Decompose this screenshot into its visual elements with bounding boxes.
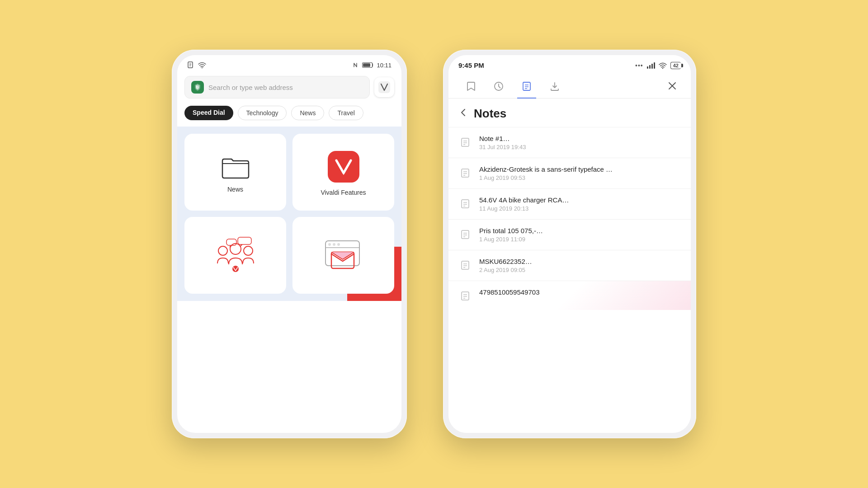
news-dial-card[interactable]: News <box>184 134 286 211</box>
phone-right: 9:45 PM ••• <box>443 50 696 438</box>
community-card[interactable] <box>184 217 286 294</box>
note-icon-5 <box>458 258 472 272</box>
status-bar-right: 9:45 PM ••• <box>448 55 691 74</box>
tab-travel[interactable]: Travel <box>329 106 363 120</box>
note-content-1: Note #1… 31 Jul 2019 19:43 <box>479 135 681 150</box>
phones-container: 10:11 b Search or type web addre <box>172 50 696 438</box>
svg-rect-38 <box>462 200 469 208</box>
svg-rect-24 <box>523 82 530 90</box>
mail-card[interactable] <box>292 217 394 294</box>
note-icon-3 <box>458 197 472 211</box>
vivaldi-button[interactable] <box>374 77 394 97</box>
vivaldi-large-icon <box>328 151 359 183</box>
brave-icon: b <box>191 81 204 94</box>
note-item-5[interactable]: MSKU6622352… 2 Aug 2019 09:05 <box>448 250 691 281</box>
notes-list: Note #1… 31 Jul 2019 19:43 <box>448 127 691 433</box>
svg-rect-30 <box>462 138 469 146</box>
note-item-6[interactable]: 4798510059549703 <box>448 281 691 310</box>
panel-tabs <box>448 74 691 99</box>
svg-text:b: b <box>196 85 199 89</box>
phone-left: 10:11 b Search or type web addre <box>172 50 407 438</box>
svg-rect-34 <box>462 169 469 177</box>
search-bar-container: b Search or type web address <box>177 72 401 104</box>
note-title-5: MSKU6622352… <box>479 258 681 265</box>
note-item-1[interactable]: Note #1… 31 Jul 2019 19:43 <box>448 127 691 158</box>
mail-icon <box>323 239 364 275</box>
note-content-6: 4798510059549703 <box>479 288 681 297</box>
tab-news[interactable]: News <box>291 106 324 120</box>
phone-left-screen: 10:11 b Search or type web addre <box>177 55 401 433</box>
note-title-1: Note #1… <box>479 135 681 142</box>
battery-icon <box>362 62 374 68</box>
tab-speed-dial[interactable]: Speed Dial <box>184 106 233 120</box>
svg-rect-46 <box>462 261 469 269</box>
note-icon-1 <box>458 136 472 149</box>
note-content-3: 54.6V 4A bike charger RCA… 11 Aug 2019 2… <box>479 196 681 212</box>
svg-point-4 <box>202 67 203 68</box>
note-date-4: 1 Aug 2019 11:09 <box>479 236 681 243</box>
svg-rect-14 <box>238 237 251 244</box>
folder-icon <box>221 155 250 179</box>
svg-point-15 <box>232 266 239 272</box>
battery-right-icon: 42 <box>670 62 681 69</box>
search-bar[interactable]: b Search or type web address <box>184 76 370 99</box>
note-title-2: Akzidenz-Grotesk is a sans-serif typefac… <box>479 165 681 173</box>
time-left: 10:11 <box>377 62 392 69</box>
note-date-1: 31 Jul 2019 19:43 <box>479 144 681 150</box>
vivaldi-features-label: Vivaldi Features <box>321 189 366 196</box>
panel-tab-downloads[interactable] <box>541 77 569 98</box>
background: 10:11 b Search or type web addre <box>0 0 868 488</box>
panel-close-button[interactable] <box>663 76 682 98</box>
svg-point-12 <box>244 246 253 255</box>
svg-rect-42 <box>462 230 469 239</box>
community-icon <box>213 236 258 277</box>
notes-title: Notes <box>474 107 506 121</box>
tab-technology[interactable]: Technology <box>238 106 287 120</box>
panel-tab-notes[interactable] <box>513 77 541 98</box>
right-status-left: 10:11 <box>352 61 392 69</box>
nfc-icon <box>352 61 359 69</box>
note-item-4[interactable]: Pris total 105 075,-… 1 Aug 2019 11:09 <box>448 220 691 250</box>
news-card-label: News <box>227 186 243 193</box>
phone-right-screen: 9:45 PM ••• <box>448 55 691 433</box>
wifi-icon-right <box>659 62 667 69</box>
vivaldi-features-card[interactable]: Vivaldi Features <box>292 134 394 211</box>
panel-tab-bookmark[interactable] <box>458 77 485 98</box>
document-icon <box>187 61 194 69</box>
svg-rect-9 <box>330 153 357 180</box>
panel-tab-history[interactable] <box>485 77 513 98</box>
status-bar-left: 10:11 <box>177 55 401 72</box>
note-item-3[interactable]: 54.6V 4A bike charger RCA… 11 Aug 2019 2… <box>448 189 691 220</box>
note-title-6: 4798510059549703 <box>479 288 681 296</box>
svg-point-18 <box>328 243 331 246</box>
speed-dial-grid: News Vivaldi Features <box>177 127 401 301</box>
right-status-icons: ••• <box>635 62 681 69</box>
back-button[interactable] <box>458 108 468 120</box>
left-status-icons <box>187 61 206 69</box>
svg-point-22 <box>662 67 663 68</box>
note-title-3: 54.6V 4A bike charger RCA… <box>479 196 681 204</box>
signal-icon <box>647 62 655 69</box>
notes-header: Notes <box>448 99 691 127</box>
menu-dots-icon: ••• <box>635 62 643 69</box>
svg-rect-6 <box>363 63 370 67</box>
note-content-2: Akzidenz-Grotesk is a sans-serif typefac… <box>479 165 681 181</box>
note-icon-6 <box>458 289 472 303</box>
tabs-row: Speed Dial Technology News Travel <box>177 104 401 127</box>
note-content-5: MSKU6622352… 2 Aug 2019 09:05 <box>479 258 681 273</box>
note-title-4: Pris total 105 075,-… <box>479 227 681 235</box>
note-date-2: 1 Aug 2019 09:53 <box>479 174 681 181</box>
svg-rect-8 <box>378 81 390 93</box>
note-content-4: Pris total 105 075,-… 1 Aug 2019 11:09 <box>479 227 681 243</box>
time-right: 9:45 PM <box>458 61 484 69</box>
note-icon-2 <box>458 166 472 180</box>
search-placeholder: Search or type web address <box>208 84 363 91</box>
note-date-5: 2 Aug 2019 09:05 <box>479 267 681 273</box>
wifi-icon <box>198 62 206 68</box>
note-date-3: 11 Aug 2019 20:13 <box>479 205 681 212</box>
svg-rect-50 <box>462 292 469 300</box>
svg-rect-13 <box>226 239 236 245</box>
note-item-2[interactable]: Akzidenz-Grotesk is a sans-serif typefac… <box>448 158 691 189</box>
note-icon-4 <box>458 228 472 241</box>
svg-point-19 <box>333 243 335 246</box>
